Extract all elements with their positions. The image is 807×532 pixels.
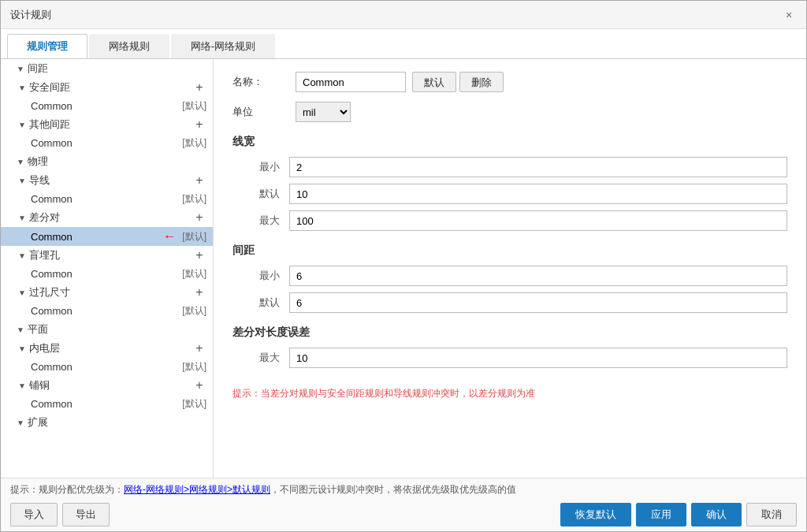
apply-button[interactable]: 应用 (636, 503, 686, 526)
bottom-hint-suffix: ，不同图元设计规则冲突时，将依据优先级取优先级高的值 (270, 484, 516, 495)
import-button[interactable]: 导入 (10, 503, 58, 526)
inner-layer-label: 内电层 (29, 341, 192, 355)
tree-item-common-diff[interactable]: Common ← [默认] (1, 227, 213, 246)
unit-row: 单位 mil mm inch (232, 102, 787, 122)
delete-button[interactable]: 删除 (459, 72, 504, 92)
red-hint: 提示：当差分对规则与安全间距规则和导线规则冲突时，以差分规则为准 (232, 387, 787, 400)
subsection-copper[interactable]: ▼ 铺铜 + (1, 376, 213, 395)
add-safe-spacing-button[interactable]: + (192, 80, 206, 95)
max-diff-label: 最大 (232, 351, 280, 365)
other-spacing-label: 其他间距 (29, 117, 192, 132)
common-other-label: Common (31, 137, 179, 149)
diff-pair-label: 差分对 (29, 210, 192, 225)
blind-via-label: 盲埋孔 (29, 248, 192, 262)
default-width-input[interactable] (289, 184, 787, 204)
tree-item-common-other[interactable]: Common [默认] (1, 134, 213, 152)
arrow-inner-layer: ▼ (18, 344, 29, 353)
common-via-label: Common (31, 305, 179, 317)
name-row: 名称： 默认 删除 (232, 72, 787, 92)
spacing-label: 间距 (28, 61, 206, 76)
common-safe-badge: [默认] (182, 99, 206, 113)
default-width-label: 默认 (232, 187, 280, 201)
common-safe-label: Common (31, 100, 179, 112)
arrow-copper: ▼ (18, 381, 29, 390)
add-copper-button[interactable]: + (192, 378, 206, 392)
arrow-diff-pair: ▼ (18, 214, 29, 222)
name-input[interactable] (296, 72, 406, 92)
close-button[interactable]: × (781, 7, 797, 23)
max-width-input[interactable] (289, 210, 787, 231)
common-blind-label: Common (31, 268, 179, 280)
common-conductor-label: Common (31, 193, 179, 205)
subsection-safe-spacing[interactable]: ▼ 安全间距 + (1, 78, 213, 97)
max-width-label: 最大 (232, 214, 280, 228)
subsection-conductor[interactable]: ▼ 导线 + (1, 171, 213, 190)
min-width-row: 最小 (232, 157, 787, 177)
max-width-row: 最大 (232, 210, 787, 231)
export-button[interactable]: 导出 (62, 503, 110, 526)
right-action-buttons: 恢复默认 应用 确认 取消 (560, 503, 797, 526)
add-via-size-button[interactable]: + (192, 285, 206, 299)
default-spacing-row: 默认 (232, 292, 787, 313)
name-label: 名称： (232, 75, 296, 89)
tree-item-common-safe[interactable]: Common [默认] (1, 97, 213, 115)
bottom-bar: 提示：规则分配优先级为：网络-网络规则>网络规则>默认规则，不同图元设计规则冲突… (1, 478, 806, 531)
max-diff-input[interactable] (289, 348, 787, 368)
add-blind-via-button[interactable]: + (192, 248, 206, 262)
arrow-blind-via: ▼ (18, 251, 29, 260)
tab-rule-management[interactable]: 规则管理 (7, 34, 87, 58)
section-physical[interactable]: ▼ 物理 (1, 152, 213, 171)
arrow-physical: ▼ (17, 158, 28, 166)
section-plane[interactable]: ▼ 平面 (1, 320, 213, 339)
unit-select[interactable]: mil mm inch (296, 102, 351, 122)
add-inner-layer-button[interactable]: + (192, 341, 206, 355)
tree-item-common-via[interactable]: Common [默认] (1, 302, 213, 320)
tree-item-common-inner[interactable]: Common [默认] (1, 358, 213, 376)
section-spacing[interactable]: ▼ 间距 (1, 59, 213, 78)
arrow-plane: ▼ (17, 326, 28, 334)
left-action-buttons: 导入 导出 (10, 503, 110, 526)
default-spacing-input[interactable] (289, 292, 787, 313)
default-spacing-label: 默认 (232, 296, 280, 310)
subsection-inner-layer[interactable]: ▼ 内电层 + (1, 339, 213, 358)
unit-label: 单位 (232, 105, 296, 119)
tree-item-common-copper[interactable]: Common [默认] (1, 395, 213, 413)
arrow-via-size: ▼ (18, 288, 29, 297)
min-spacing-row: 最小 (232, 266, 787, 286)
arrow-extend: ▼ (17, 419, 28, 427)
add-diff-pair-button[interactable]: + (192, 210, 206, 225)
left-panel: ▼ 间距 ▼ 安全间距 + Common [默认] ▼ 其他间距 + (1, 59, 214, 478)
common-blind-badge: [默认] (182, 267, 206, 281)
arrow-conductor: ▼ (18, 177, 29, 185)
subsection-via-size[interactable]: ▼ 过孔尺寸 + (1, 283, 213, 302)
common-other-badge: [默认] (182, 136, 206, 150)
max-diff-row: 最大 (232, 348, 787, 368)
arrow-spacing: ▼ (17, 65, 28, 73)
common-via-badge: [默认] (182, 304, 206, 318)
tab-net-network-rule[interactable]: 网络-网络规则 (171, 34, 275, 58)
add-conductor-button[interactable]: + (192, 173, 206, 188)
arrow-safe-spacing: ▼ (18, 84, 29, 92)
tab-net-rule[interactable]: 网络规则 (89, 34, 169, 58)
title-bar: 设计规则 × (1, 1, 806, 29)
main-content: ▼ 间距 ▼ 安全间距 + Common [默认] ▼ 其他间距 + (1, 59, 806, 478)
default-button[interactable]: 默认 (412, 72, 456, 92)
cancel-button[interactable]: 取消 (746, 503, 797, 526)
restore-default-button[interactable]: 恢复默认 (560, 503, 631, 526)
spacing-section-title: 间距 (232, 244, 787, 258)
subsection-diff-pair[interactable]: ▼ 差分对 + (1, 208, 213, 227)
section-extend[interactable]: ▼ 扩展 (1, 413, 213, 432)
subsection-other-spacing[interactable]: ▼ 其他间距 + (1, 115, 213, 134)
tree-item-common-blind[interactable]: Common [默认] (1, 265, 213, 283)
common-conductor-badge: [默认] (182, 192, 206, 206)
common-diff-badge: [默认] (182, 230, 206, 244)
subsection-blind-via[interactable]: ▼ 盲埋孔 + (1, 246, 213, 265)
physical-label: 物理 (28, 154, 206, 169)
tree-item-common-conductor[interactable]: Common [默认] (1, 190, 213, 208)
bottom-hint-link[interactable]: 网络-网络规则>网络规则>默认规则 (124, 484, 270, 495)
confirm-button[interactable]: 确认 (691, 503, 742, 526)
min-spacing-input[interactable] (289, 266, 787, 286)
add-other-spacing-button[interactable]: + (192, 117, 206, 132)
action-row: 导入 导出 恢复默认 应用 确认 取消 (10, 503, 797, 526)
min-width-input[interactable] (289, 157, 787, 177)
